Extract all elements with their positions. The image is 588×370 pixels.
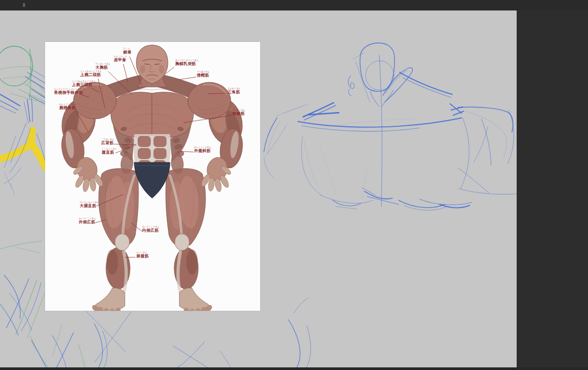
muscle-label: さこつ鎖骨	[123, 48, 132, 55]
muscle-label: さんかくきん三角筋	[228, 88, 241, 94]
pasteboard-area	[517, 10, 588, 367]
drawing-canvas[interactable]: さこつ鎖骨けんこうこつ肩甲骨だいきょうきん大胸筋じょうわんにとうきん上腕二頭筋じ…	[0, 10, 517, 367]
muscle-label: けんこうこつ肩甲骨	[114, 56, 127, 62]
anatomy-reference-image[interactable]: さこつ鎖骨けんこうこつ肩甲骨だいきょうきん大胸筋じょうわんにとうきん上腕二頭筋じ…	[45, 42, 260, 311]
bottombar	[0, 367, 588, 370]
muscle-label: わんとうこつきん腕橈骨筋	[59, 103, 77, 110]
muscle-label: がいふくしゃきん外腹斜筋	[194, 146, 211, 153]
muscle-label: きょうさにゅうとつきん胸鎖乳突筋	[175, 59, 199, 66]
muscle-label: がいそくこうきん外側広筋	[79, 217, 96, 224]
muscle-labels-layer: さこつ鎖骨けんこうこつ肩甲骨だいきょうきん大胸筋じょうわんにとうきん上腕二頭筋じ…	[45, 42, 260, 311]
muscle-label: ひふくきん腓腹筋	[136, 252, 149, 258]
muscle-label: こうはいきん広背筋	[101, 138, 114, 145]
app-window: { "titlebar": { "glyph": "8" }, "colors"…	[0, 0, 588, 370]
left-figure-sketch	[0, 46, 47, 195]
muscle-label: だいきょうきん大胸筋	[95, 63, 111, 70]
titlebar-glyph: 8	[23, 3, 25, 8]
muscle-label: ふくちょくきん腹直筋	[102, 148, 117, 155]
muscle-label: そうぼうきん僧帽筋	[197, 71, 210, 78]
muscle-label: ぜんきょきん前鋸筋	[232, 109, 245, 116]
muscle-label: だいたいちょくきん大腿直筋	[80, 201, 99, 208]
right-figure-sketch	[264, 43, 517, 210]
muscle-label: じょうわんにとうきん上腕二頭筋	[80, 70, 102, 77]
titlebar: 8	[0, 0, 588, 10]
muscle-label: じょうわんさんとうきん上腕三頭筋	[72, 80, 95, 87]
muscle-label: ちょうとうそくしゅこんしんきん長橈側手根伸筋	[54, 88, 86, 95]
muscle-label: ないそくこうきん内側広筋	[142, 226, 159, 233]
